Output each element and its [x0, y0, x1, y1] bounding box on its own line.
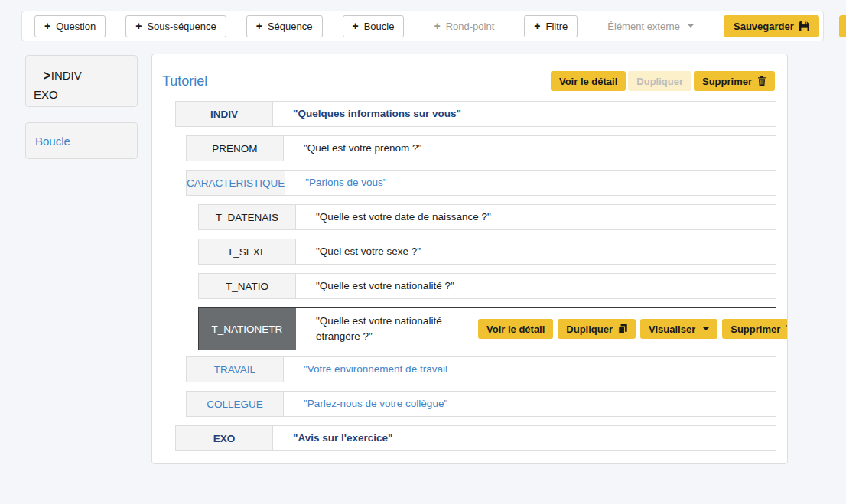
toolbar-button-label: Question	[56, 21, 96, 32]
row-collegue[interactable]: COLLEGUE"Parlez-nous de votre collègue"	[186, 391, 776, 417]
row-t-nationetr[interactable]: T_NATIONETR"Quelle est votre nationalité…	[198, 307, 776, 350]
toolbar-button-label: Sous-séquence	[147, 21, 216, 32]
row-actions: Voir le détailDupliquerVisualiserSupprim…	[478, 308, 788, 350]
visualize-button-label: Visualiser	[649, 324, 695, 335]
plus-icon: +	[434, 21, 440, 31]
loops-panel: Boucle	[25, 122, 138, 159]
view-detail-button[interactable]: Voir le détail	[551, 71, 626, 91]
duplicate-button[interactable]: Dupliquer	[558, 319, 636, 339]
row-travail[interactable]: TRAVAIL"Votre environnement de travail	[186, 356, 776, 382]
row-text: "Quelle est votre nationalité étrangère …	[296, 308, 478, 350]
view-detail-label: Voir le détail	[559, 76, 617, 87]
row-text: "Quelle est votre date de naissance ?"	[296, 205, 491, 229]
duplicate-label: Dupliquer	[636, 76, 683, 87]
delete-button[interactable]: Supprimer	[722, 319, 788, 339]
visualize-button[interactable]: Visualiser	[839, 15, 846, 37]
toolbar-button-label: Boucle	[364, 21, 395, 32]
copy-icon	[618, 324, 627, 334]
row-t-natio[interactable]: T_NATIO"Quelle est votre nationalité ?"	[198, 273, 776, 299]
row-code: T_DATENAIS	[199, 205, 296, 229]
row-caracteristique[interactable]: CARACTERISTIQUE"Parlons de vous"	[186, 170, 776, 196]
row-text: "Votre environnement de travail	[284, 357, 447, 382]
row-code: T_NATIONETR	[199, 308, 296, 350]
chevron-down-icon	[688, 24, 694, 28]
toolbar-button-rond-point: +Rond-point	[424, 15, 504, 37]
duplicate-button-label: Dupliquer	[566, 324, 613, 335]
sidebar-item-indiv[interactable]: >INDIV	[34, 66, 129, 85]
save-button[interactable]: Sauvegarder	[724, 15, 819, 37]
row-t-sexe[interactable]: T_SEXE"Quel est votre sexe ?"	[198, 239, 776, 265]
header-actions: Voir le détail Dupliquer Supprimer	[551, 71, 775, 91]
row-prenom[interactable]: PRENOM"Quel est votre prénom ?"	[186, 135, 776, 161]
row-code: T_SEXE	[199, 239, 296, 264]
toolbar-button-label: Filtre	[545, 21, 568, 32]
toolbar-button-sequence[interactable]: +Séquence	[246, 15, 323, 37]
row-text: "Quelle est votre nationalité ?"	[296, 274, 454, 298]
floppy-disk-icon	[799, 21, 809, 31]
plus-icon: +	[44, 21, 50, 31]
row-text: "Avis sur l'exercice"	[273, 426, 392, 450]
plus-icon: +	[534, 21, 540, 31]
row-text: "Quelques informations sur vous"	[273, 102, 461, 126]
sidebar-item-label: EXO	[34, 88, 58, 101]
toolbar-button-question[interactable]: +Question	[34, 15, 106, 37]
row-exo[interactable]: EXO"Avis sur l'exercice"	[175, 425, 776, 451]
row-code: PRENOM	[187, 136, 284, 161]
row-text: "Parlons de vous"	[285, 171, 386, 195]
row-text: "Quel est votre sexe ?"	[296, 239, 421, 264]
toolbar: +Question+Sous-séquence+Séquence+Boucle+…	[21, 11, 824, 41]
row-code: INDIV	[176, 102, 273, 126]
chevron-down-icon	[701, 327, 709, 330]
sequence-tree-panel: >INDIV EXO	[25, 55, 138, 107]
toolbar-button-element-externe: Élément externe	[597, 15, 704, 37]
duplicate-button[interactable]: Dupliquer	[628, 71, 691, 91]
plus-icon: +	[135, 21, 142, 31]
panel-header: Tutoriel Voir le détail Dupliquer Suppri…	[152, 54, 787, 101]
trash-icon	[757, 76, 766, 86]
sidebar-item-label: INDIV	[51, 69, 82, 82]
row-code: EXO	[176, 426, 273, 450]
row-code: COLLEGUE	[187, 392, 284, 416]
questionnaire-panel: Tutoriel Voir le détail Dupliquer Suppri…	[151, 54, 788, 464]
sidebar-item-boucle[interactable]: Boucle	[35, 135, 70, 148]
delete-label: Supprimer	[702, 76, 752, 87]
row-text: "Parlez-nous de votre collègue"	[284, 392, 447, 416]
row-text: "Quel est votre prénom ?"	[284, 136, 421, 161]
toolbar-button-boucle[interactable]: +Boucle	[343, 15, 405, 37]
view-detail-button[interactable]: Voir le détail	[478, 319, 553, 339]
toolbar-button-label: Séquence	[268, 21, 313, 32]
plus-icon: +	[353, 21, 359, 31]
toolbar-button-label: Élément externe	[607, 21, 680, 32]
delete-button[interactable]: Supprimer	[694, 71, 775, 91]
view-detail-button-label: Voir le détail	[486, 324, 545, 335]
row-t-datenais[interactable]: T_DATENAIS"Quelle est votre date de nais…	[198, 204, 776, 230]
sidebar-item-exo[interactable]: EXO	[34, 85, 129, 104]
trash-icon	[786, 324, 788, 334]
visualize-button[interactable]: Visualiser	[640, 319, 717, 339]
questionnaire-rows: INDIV"Quelques informations sur vous"PRE…	[152, 101, 787, 451]
row-code: TRAVAIL	[187, 357, 284, 382]
delete-button-label: Supprimer	[730, 324, 780, 335]
chevron-right-icon: >	[44, 64, 50, 87]
row-code: T_NATIO	[199, 274, 296, 298]
toolbar-button-filtre[interactable]: +Filtre	[524, 15, 578, 37]
row-indiv[interactable]: INDIV"Quelques informations sur vous"	[175, 101, 776, 127]
plus-icon: +	[256, 21, 262, 31]
row-code: CARACTERISTIQUE	[187, 171, 285, 195]
save-button-label: Sauvegarder	[734, 21, 794, 32]
page-title: Tutoriel	[162, 73, 207, 89]
toolbar-button-label: Rond-point	[446, 21, 495, 32]
toolbar-button-sous-sequence[interactable]: +Sous-séquence	[125, 15, 226, 37]
